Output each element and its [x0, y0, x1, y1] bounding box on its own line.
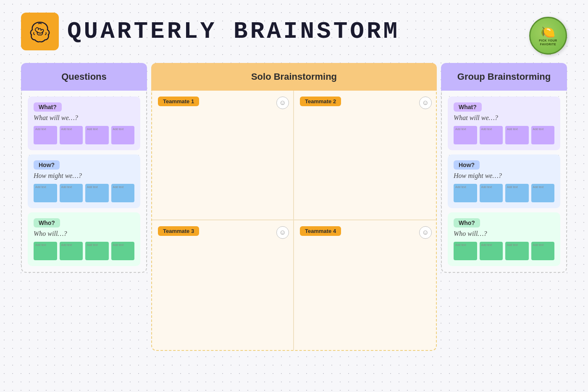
sticky-note[interactable]: Add text	[60, 126, 83, 144]
group-what-subtitle: What will we…?	[454, 114, 554, 122]
teammate-1-label: Teammate 1	[158, 97, 199, 106]
sticky-note[interactable]: Add text	[111, 242, 135, 260]
questions-who-label: Who?	[34, 218, 60, 227]
sticky-note[interactable]: Add text	[505, 184, 529, 202]
teammate-4-label: Teammate 4	[300, 226, 341, 236]
sticky-note[interactable]: Add text	[531, 184, 555, 202]
sticky-note[interactable]: Add text	[480, 242, 503, 260]
teammate-3-content	[158, 239, 287, 323]
teammate-1-content	[158, 110, 287, 193]
badge-text: PICK YOURFAVORITE	[539, 39, 557, 46]
teammate-4-content	[300, 239, 430, 323]
group-column: Group Brainstorming What? What will we…?…	[441, 63, 567, 351]
teammate-4-smiley[interactable]: ☺	[419, 226, 432, 239]
teammate-4-cell: Teammate 4 ☺	[294, 220, 436, 350]
group-how-stickies: Add text Add text Add text Add text	[454, 184, 554, 202]
teammate-2-cell: Teammate 2 ☺	[294, 91, 436, 220]
sticky-note[interactable]: Add text	[85, 126, 109, 144]
sticky-note[interactable]: Add text	[454, 184, 477, 202]
sticky-note[interactable]: Add text	[34, 126, 57, 144]
questions-what-stickies: Add text Add text Add text Add text	[34, 126, 134, 144]
header: QUARTERLY BRAINSTORM	[21, 13, 567, 50]
sticky-note[interactable]: Add text	[111, 184, 135, 202]
questions-who-section: Who? Who will…? Add text Add text Add te…	[28, 212, 140, 266]
sticky-note[interactable]: Add text	[505, 242, 529, 260]
questions-how-stickies: Add text Add text Add text Add text	[34, 184, 134, 202]
sticky-note[interactable]: Add text	[531, 126, 555, 144]
teammate-2-smiley[interactable]: ☺	[419, 97, 432, 109]
questions-column: Questions What? What will we…? Add text …	[21, 63, 147, 351]
group-who-subtitle: Who will…?	[454, 230, 554, 238]
sticky-note[interactable]: Add text	[85, 242, 109, 260]
sticky-note[interactable]: Add text	[480, 184, 503, 202]
teammate-3-cell: Teammate 3 ☺	[152, 220, 294, 350]
sticky-note[interactable]: Add text	[60, 242, 83, 260]
sticky-note[interactable]: Add text	[480, 126, 503, 144]
questions-how-label: How?	[34, 160, 60, 170]
teammate-3-smiley[interactable]: ☺	[276, 226, 289, 239]
sticky-note[interactable]: Add text	[454, 126, 477, 144]
page-title: QUARTERLY BRAINSTORM	[67, 18, 400, 45]
sticky-note[interactable]: Add text	[85, 184, 109, 202]
group-body: What? What will we…? Add text Add text A…	[441, 91, 567, 273]
group-what-label: What?	[454, 102, 482, 112]
group-what-stickies: Add text Add text Add text Add text	[454, 126, 554, 144]
group-who-label: Who?	[454, 218, 480, 227]
questions-how-section: How? How might we…? Add text Add text Ad…	[28, 154, 140, 208]
group-who-section: Who? Who will…? Add text Add text Add te…	[448, 212, 560, 266]
solo-header: Solo Brainstorming	[151, 63, 437, 91]
teammate-3-label: Teammate 3	[158, 226, 199, 236]
questions-header: Questions	[21, 63, 147, 91]
group-what-section: What? What will we…? Add text Add text A…	[448, 97, 560, 150]
pick-badge: 🍋 PICK YOURFAVORITE	[529, 17, 567, 55]
group-how-section: How? How might we…? Add text Add text Ad…	[448, 154, 560, 208]
page-wrapper: QUARTERLY BRAINSTORM 🍋 PICK YOURFAVORITE…	[0, 0, 588, 392]
questions-who-subtitle: Who will…?	[34, 230, 134, 238]
solo-column: Solo Brainstorming Teammate 1 ☺ Teammate…	[151, 63, 437, 351]
main-grid: Questions What? What will we…? Add text …	[21, 63, 567, 351]
solo-body: Teammate 1 ☺ Teammate 2 ☺ Teammate 3 ☺	[151, 91, 437, 351]
group-header: Group Brainstorming	[441, 63, 567, 91]
questions-how-subtitle: How might we…?	[34, 172, 134, 180]
questions-body: What? What will we…? Add text Add text A…	[21, 91, 147, 273]
teammate-1-cell: Teammate 1 ☺	[152, 91, 294, 220]
sticky-note[interactable]: Add text	[34, 184, 57, 202]
sticky-note[interactable]: Add text	[505, 126, 529, 144]
questions-what-section: What? What will we…? Add text Add text A…	[28, 97, 140, 150]
teammate-1-smiley[interactable]: ☺	[276, 97, 289, 109]
group-how-label: How?	[454, 160, 480, 170]
questions-what-label: What?	[34, 102, 62, 112]
questions-what-subtitle: What will we…?	[34, 114, 134, 122]
logo-box	[21, 13, 59, 50]
badge-emoji: 🍋	[541, 25, 556, 39]
questions-who-stickies: Add text Add text Add text Add text	[34, 242, 134, 260]
teammate-2-content	[300, 110, 430, 193]
sticky-note[interactable]: Add text	[111, 126, 135, 144]
sticky-note[interactable]: Add text	[34, 242, 57, 260]
sticky-note[interactable]: Add text	[531, 242, 555, 260]
sticky-note[interactable]: Add text	[454, 242, 477, 260]
brain-scribble-icon	[26, 18, 54, 45]
sticky-note[interactable]: Add text	[60, 184, 83, 202]
group-how-subtitle: How might we…?	[454, 172, 554, 180]
group-who-stickies: Add text Add text Add text Add text	[454, 242, 554, 260]
teammate-2-label: Teammate 2	[300, 97, 341, 106]
